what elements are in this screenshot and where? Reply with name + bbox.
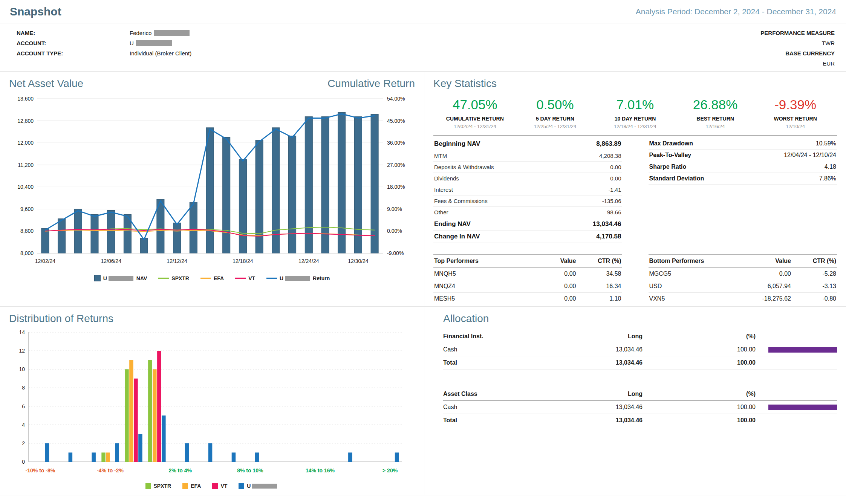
risk-metric-row: Max Drawdown10.59% — [649, 138, 837, 150]
performers-tables: Top PerformersValueCTR (%)MNQH50.0034.58… — [433, 254, 837, 305]
svg-text:13,600: 13,600 — [17, 96, 34, 102]
stat-period: 12/16/24 — [675, 124, 756, 129]
svg-text:14: 14 — [19, 329, 25, 335]
total-pct: 100.00 — [649, 417, 762, 424]
risk-metric-row: Sharpe Ratio4.18 — [649, 161, 837, 173]
instrument-ctr: 16.34 — [576, 283, 621, 290]
total-long: 13,034.46 — [524, 417, 649, 424]
page-title: Snapshot — [10, 5, 61, 18]
stats-tables: Beginning NAV8,863.89MTM4,208.38Deposits… — [433, 136, 837, 243]
svg-text:2% to 4%: 2% to 4% — [168, 467, 192, 473]
long-column-header: Long — [524, 391, 649, 397]
nav-breakdown-row: Fees & Commissions-135.06 — [433, 195, 622, 207]
stat-period: 12/10/24 — [755, 124, 835, 129]
redaction-box — [136, 40, 172, 46]
instrument-name: MNQZ4 — [434, 283, 512, 290]
stat-value: 7.01% — [595, 97, 675, 112]
nav-breakdown-row: Interest-1.41 — [433, 184, 622, 195]
legend-item: EFA — [200, 275, 224, 281]
nav-chart-legend: U NAVSPXTREFAVTU Return — [9, 275, 415, 281]
allocation-bar-cell — [762, 347, 837, 353]
account-info-row: ACCOUNT:U — [17, 38, 191, 48]
legend-item: SPXTR — [158, 275, 189, 281]
allocation-table: Asset ClassLong(%)Cash13,034.46100.00Tot… — [443, 388, 837, 427]
svg-text:12/18/24: 12/18/24 — [233, 258, 253, 264]
instrument-value: 6,057.94 — [727, 283, 791, 290]
svg-text:8,800: 8,800 — [20, 228, 34, 234]
metric-value: 10.59% — [816, 140, 836, 147]
metric-label: Fees & Commissions — [434, 198, 488, 204]
allocation-long: 13,034.46 — [524, 346, 649, 353]
instrument-ctr: 34.58 — [576, 270, 621, 277]
metric-value: 4,208.38 — [599, 153, 621, 159]
nav-panel-header: Net Asset Value Cumulative Return — [9, 78, 415, 93]
ctr-column-header: CTR (%) — [791, 258, 836, 264]
metric-value: 0.00 — [610, 175, 621, 182]
svg-text:-10% to -8%: -10% to -8% — [26, 467, 55, 473]
account-info-label: ACCOUNT TYPE: — [17, 48, 130, 58]
legend-marker-u — [266, 278, 277, 279]
svg-text:12/06/24: 12/06/24 — [101, 258, 121, 264]
nav-breakdown-row: Beginning NAV8,863.89 — [433, 138, 622, 150]
svg-text:9,600: 9,600 — [20, 206, 34, 212]
metric-label: Dividends — [434, 175, 459, 182]
metric-label: Interest — [434, 186, 453, 193]
nav-bars — [41, 113, 378, 253]
svg-text:11,200: 11,200 — [18, 162, 34, 168]
svg-text:12/02/24: 12/02/24 — [35, 258, 56, 264]
allocation-row: Cash13,034.46100.00 — [443, 401, 837, 414]
risk-metric-row: Peak-To-Valley12/04/24 - 12/10/24 — [649, 150, 837, 161]
nav-breakdown-row: Other98.66 — [433, 207, 622, 218]
metric-value: -1.41 — [608, 186, 621, 193]
svg-text:8% to 10%: 8% to 10% — [237, 467, 263, 473]
allocation-bar-cell — [762, 405, 837, 410]
svg-text:14% to 16%: 14% to 16% — [306, 467, 335, 473]
metric-value: 4,170.58 — [596, 233, 621, 240]
legend-marker-vt — [235, 278, 246, 279]
performer-row: MNQH50.0034.58 — [433, 268, 622, 280]
account-info-label: ACCOUNT: — [17, 38, 130, 48]
distribution-chart: 02468101214-10% to -8%-4% to -2%2% to 4%… — [9, 328, 408, 478]
nav-breakdown-row: Ending NAV13,034.46 — [433, 218, 622, 231]
legend-label: U Return — [280, 275, 330, 281]
stat-block: 7.01%10 DAY RETURN12/18/24 - 12/31/24 — [595, 97, 675, 129]
account-info: NAME:FedericoACCOUNT:UACCOUNT TYPE:Indiv… — [17, 28, 191, 71]
metric-label: Max Drawdown — [649, 140, 693, 147]
key-statistics-panel: Key Statistics 47.05%CUMULATIVE RETURN12… — [424, 72, 846, 307]
allocation-header-row: Asset ClassLong(%) — [443, 388, 837, 401]
metric-label: Ending NAV — [434, 220, 471, 228]
nav-breakdown-row: Change In NAV4,170.58 — [433, 231, 622, 243]
nav-chart: 8,000-9.00%8,8000.00%9,6009.00%10,40018.… — [9, 93, 415, 270]
allocation-category-header: Financial Inst. — [443, 333, 524, 340]
legend-marker-spxtr — [158, 278, 169, 279]
svg-text:0.00%: 0.00% — [387, 228, 402, 234]
metric-value: 13,034.46 — [593, 220, 621, 228]
nav-breakdown-row: Dividends0.00 — [433, 173, 622, 184]
metric-label: Peak-To-Valley — [649, 152, 691, 159]
legend-item: VT — [235, 275, 255, 281]
performers-header: Bottom PerformersValueCTR (%) — [649, 254, 837, 268]
legend-item: U — [239, 483, 278, 489]
instrument-ctr: -3.13 — [791, 283, 836, 290]
nav-panel-title: Net Asset Value — [9, 78, 83, 90]
allocation-table: Financial Inst.Long(%)Cash13,034.46100.0… — [443, 330, 837, 370]
legend-marker-u — [239, 483, 244, 489]
account-info-value: Federico — [130, 28, 190, 38]
pct-column-header: (%) — [649, 391, 762, 397]
account-info-row: NAME:Federico — [17, 28, 191, 38]
instrument-name: MESH5 — [434, 295, 512, 302]
instrument-ctr: -0.80 — [791, 295, 836, 302]
legend-marker-efa — [182, 483, 188, 489]
performer-row: VXN5-18,275.62-0.80 — [649, 293, 837, 305]
legend-item: SPXTR — [145, 483, 171, 489]
metric-value: 4.18 — [825, 163, 836, 170]
total-pct: 100.00 — [649, 359, 762, 366]
nav-breakdown-table: Beginning NAV8,863.89MTM4,208.38Deposits… — [433, 138, 622, 243]
value-column-header: Value — [512, 258, 576, 264]
allocation-pct: 100.00 — [649, 404, 762, 411]
svg-text:-4% to -2%: -4% to -2% — [97, 467, 124, 473]
nav-x-axis-labels: 12/02/2412/06/2412/12/2412/18/2412/24/24… — [35, 258, 369, 264]
legend-marker-efa — [200, 278, 211, 279]
legend-label: SPXTR — [171, 275, 189, 281]
report-settings: PERFORMANCE MEASURETWRBASE CURRENCYEUR — [760, 28, 835, 71]
